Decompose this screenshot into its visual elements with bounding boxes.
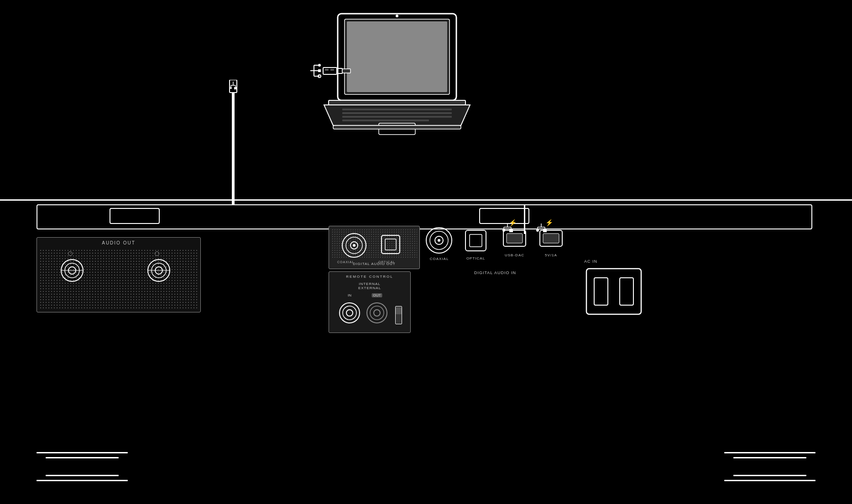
svg-point-71 — [346, 310, 353, 316]
svg-rect-51 — [470, 234, 482, 247]
svg-point-29 — [230, 87, 232, 89]
bottom-left-equipment — [37, 452, 128, 481]
remote-in-label: IN — [348, 293, 351, 297]
usb-dac-label: USB-DAC — [505, 253, 524, 257]
digital-out-coaxial-label: COAXIAL — [337, 260, 354, 264]
ac-in-label: AC IN — [584, 259, 643, 264]
remote-toggle — [395, 306, 402, 324]
bottom-right-equipment — [724, 452, 815, 481]
device-handle-left — [110, 208, 160, 224]
svg-rect-4 — [329, 100, 465, 105]
svg-rect-61 — [509, 229, 513, 232]
svg-rect-30 — [234, 87, 237, 89]
svg-rect-17 — [318, 69, 321, 72]
svg-rect-8 — [342, 120, 429, 121]
svg-rect-6 — [342, 112, 452, 114]
svg-rect-5 — [342, 109, 452, 110]
usb-plug-laptop — [310, 63, 351, 79]
digital-out-optical-port — [379, 233, 402, 258]
audio-out-label: AUDIO OUT — [102, 240, 136, 245]
svg-rect-77 — [620, 278, 633, 305]
external-label: EXTERNAL — [358, 286, 381, 290]
remote-control-panel: REMOTE CONTROL INTERNAL EXTERNAL IN OUT — [329, 271, 411, 333]
five-volt-label: 5V/1A — [545, 253, 557, 257]
remote-out-label: OUT — [372, 293, 382, 297]
optical-in-label: OPTICAL — [466, 256, 485, 260]
remote-control-label: REMOTE CONTROL — [346, 275, 393, 279]
svg-rect-20 — [337, 68, 342, 73]
svg-rect-7 — [342, 116, 452, 118]
svg-point-60 — [502, 229, 505, 232]
svg-point-74 — [374, 310, 380, 316]
svg-rect-53 — [507, 234, 523, 243]
svg-point-49 — [438, 239, 440, 242]
digital-in-optical-port: OPTICAL — [463, 228, 488, 255]
usb-symbols-row — [502, 223, 547, 233]
horizontal-cable — [0, 199, 852, 201]
svg-rect-50 — [465, 230, 486, 251]
usb-cable-vertical — [228, 80, 238, 205]
svg-point-73 — [370, 306, 384, 320]
remote-mode-labels: INTERNAL EXTERNAL — [358, 282, 381, 290]
svg-rect-2 — [347, 21, 447, 92]
rca-left-connector — [60, 258, 85, 283]
digital-in-coaxial-port: COAXIAL — [424, 226, 454, 257]
coaxial-in-label: COAXIAL — [430, 257, 449, 261]
svg-rect-31 — [232, 93, 235, 205]
svg-rect-22 — [325, 69, 329, 71]
digital-audio-out-panel: COAXIAL OPTICAL DIGITAL AUDIO OUT — [329, 226, 420, 269]
main-diagram: AUDIO OUT — [0, 0, 852, 504]
svg-rect-44 — [382, 235, 400, 254]
svg-point-70 — [343, 306, 356, 320]
svg-rect-68 — [543, 229, 547, 232]
svg-point-3 — [396, 15, 398, 17]
svg-rect-55 — [543, 234, 559, 243]
svg-rect-19 — [323, 68, 337, 74]
device-handle-right — [479, 208, 529, 224]
svg-point-16 — [318, 64, 321, 67]
svg-point-43 — [353, 244, 355, 247]
ac-in-container: AC IN — [584, 259, 643, 318]
svg-rect-23 — [330, 69, 334, 71]
svg-rect-21 — [342, 69, 350, 73]
digital-audio-in-label: DIGITAL AUDIO IN — [474, 270, 516, 275]
internal-label: INTERNAL — [358, 282, 381, 286]
svg-point-67 — [536, 229, 539, 232]
svg-rect-76 — [594, 278, 608, 305]
remote-in-port: IN — [338, 301, 361, 326]
svg-rect-45 — [385, 239, 396, 250]
audio-out-panel: AUDIO OUT — [37, 237, 201, 312]
digital-out-coaxial-port — [340, 232, 368, 261]
remote-out-port: OUT — [366, 301, 388, 326]
svg-rect-10 — [333, 125, 461, 129]
rca-right-connector — [146, 258, 172, 283]
digital-audio-out-label: DIGITAL AUDIO OUT — [353, 262, 395, 266]
